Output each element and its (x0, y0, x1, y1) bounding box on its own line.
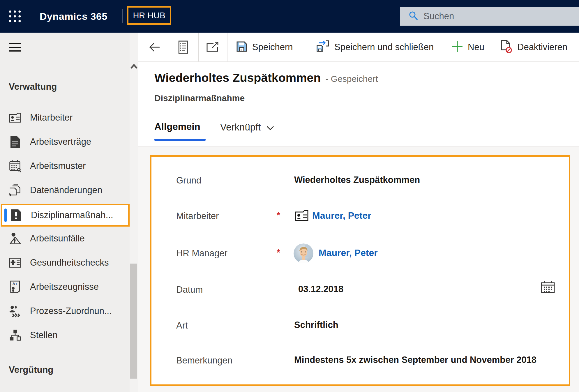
sidebar-item-label: Arbeitszeugnisse (30, 282, 99, 292)
form-highlight-box (150, 155, 570, 386)
field-value-bemerkungen[interactable]: Mindestens 5x zwischen September und Nov… (294, 355, 536, 365)
tab-allgemein[interactable]: Allgemein (154, 121, 200, 132)
global-search-input[interactable]: Suchen (400, 7, 579, 26)
health-check-icon (9, 256, 22, 269)
commandbar-divider (198, 33, 199, 61)
people-process-icon (9, 305, 22, 317)
sidebar-scroll-up-chevron-icon[interactable] (130, 63, 138, 70)
dynamics365-hr-hub-page: Dynamics 365 HR HUB Suchen Verwaltung (0, 0, 579, 392)
sidebar-scrollbar-thumb[interactable] (130, 264, 137, 379)
save-and-close-label: Speichern und schließen (334, 42, 434, 52)
tab-verknuepft-label: Verknüpft (220, 122, 261, 133)
field-value-art[interactable]: Schriftlich (294, 320, 338, 330)
field-label-mitarbeiter: Mitarbeiter (176, 211, 219, 221)
certificate-icon: A+ (9, 280, 22, 293)
sidebar-item-stellen[interactable]: Stellen (0, 325, 130, 346)
open-in-new-window-button[interactable] (205, 33, 219, 61)
sidebar-item-arbeitsmuster[interactable]: Arbeitsmuster (0, 156, 130, 176)
sidebar-item-label: Disziplinarmaßnah... (31, 210, 113, 220)
hub-name-highlight[interactable]: HR HUB (127, 6, 171, 25)
field-label-datum: Datum (176, 285, 203, 295)
sidebar-item-label: Arbeitsunfälle (30, 233, 85, 244)
field-value-datum[interactable]: 03.12.2018 (298, 284, 343, 294)
app-title[interactable]: Dynamics 365 (40, 0, 107, 33)
search-icon (408, 10, 419, 22)
org-chart-icon (9, 329, 22, 342)
new-button[interactable]: Neu (451, 33, 484, 61)
save-button[interactable]: Speichern (236, 33, 293, 61)
hub-name-label: HR HUB (133, 11, 165, 20)
sidebar-section-verwaltung: Verwaltung (9, 82, 57, 92)
documents-change-icon (9, 184, 22, 197)
sidebar-section-verguetung: Vergütung (9, 365, 53, 375)
save-and-close-icon (316, 40, 330, 54)
sidebar-item-label: Stellen (30, 330, 58, 340)
plus-icon (451, 41, 463, 54)
chevron-down-icon (266, 122, 274, 133)
field-label-grund: Grund (176, 175, 201, 186)
svg-text:A+: A+ (13, 282, 18, 286)
document-alert-icon (10, 209, 22, 222)
sidebar-item-prozess-zuordnungen[interactable]: Prozess-Zuordnun... (0, 301, 130, 322)
collapse-sidebar-hamburger-icon[interactable] (9, 43, 21, 52)
avatar[interactable] (294, 243, 313, 263)
field-label-art: Art (176, 320, 188, 331)
record-entity-type: Disziplinarmaßnahme (154, 93, 245, 103)
field-label-bemerkungen: Bemerkungen (176, 355, 232, 366)
required-marker: * (277, 248, 280, 258)
deactivate-icon (500, 40, 513, 54)
save-and-close-button[interactable]: Speichern und schließen (316, 33, 434, 61)
form-selector-button[interactable] (178, 33, 188, 61)
sidebar-item-label: Datenänderungen (30, 185, 102, 195)
sidebar-item-label: Mitarbeiter (30, 112, 73, 123)
contact-card-icon (9, 111, 22, 124)
contact-card-icon (295, 209, 309, 223)
save-floppy-icon (236, 41, 248, 54)
top-navigation-bar: Dynamics 365 HR HUB Suchen (0, 0, 579, 33)
record-save-status: - Gespeichert (325, 74, 378, 84)
tab-verknuepft[interactable]: Verknüpft (220, 122, 274, 133)
sidebar-item-arbeitsvertraege[interactable]: Arbeitsverträge (0, 131, 130, 152)
topbar-divider (122, 9, 123, 23)
commandbar-bottom-border (138, 61, 579, 62)
commandbar-divider (227, 33, 227, 61)
save-button-label: Speichern (252, 42, 293, 52)
sidebar-item-disziplinarmassnahmen[interactable]: Disziplinarmaßnah... (1, 204, 130, 227)
new-button-label: Neu (468, 42, 484, 52)
sidebar-item-label: Prozess-Zuordnun... (30, 306, 112, 316)
back-button[interactable] (148, 33, 160, 61)
deactivate-button[interactable]: Deaktivieren (500, 33, 567, 61)
calendar-wrench-icon (9, 160, 22, 172)
field-label-hr-manager: HR Manager (176, 248, 227, 259)
document-icon (9, 135, 22, 148)
sidebar-item-arbeitszeugnisse[interactable]: A+ Arbeitszeugnisse (0, 276, 130, 297)
active-tab-underline (154, 139, 206, 141)
search-placeholder: Suchen (423, 11, 454, 22)
sidebar-item-label: Arbeitsverträge (30, 137, 91, 147)
app-launcher-waffle-icon[interactable] (8, 10, 22, 23)
deactivate-button-label: Deaktivieren (517, 42, 567, 52)
person-warning-icon (9, 232, 22, 245)
required-marker: * (277, 210, 280, 221)
selected-indicator-bar (4, 209, 7, 222)
lookup-link-mitarbeiter[interactable]: Maurer, Peter (312, 210, 371, 221)
lookup-link-hr-manager[interactable]: Maurer, Peter (319, 248, 378, 258)
commandbar-divider (169, 33, 169, 61)
sidebar-item-label: Gesundheitschecks (30, 257, 109, 268)
sidebar-item-gesundheitschecks[interactable]: Gesundheitschecks (0, 252, 130, 273)
sidebar-item-datenaenderungen[interactable]: Datenänderungen (0, 180, 130, 201)
calendar-icon[interactable] (541, 280, 555, 295)
record-title: Wiederholtes Zuspätkommen (154, 71, 321, 85)
sidebar-item-mitarbeiter[interactable]: Mitarbeiter (0, 107, 130, 128)
sidebar-item-arbeitsunfaelle[interactable]: Arbeitsunfälle (0, 228, 130, 249)
field-value-grund[interactable]: Wiederholtes Zuspätkommen (294, 175, 420, 185)
sidebar-item-label: Arbeitsmuster (30, 161, 86, 171)
